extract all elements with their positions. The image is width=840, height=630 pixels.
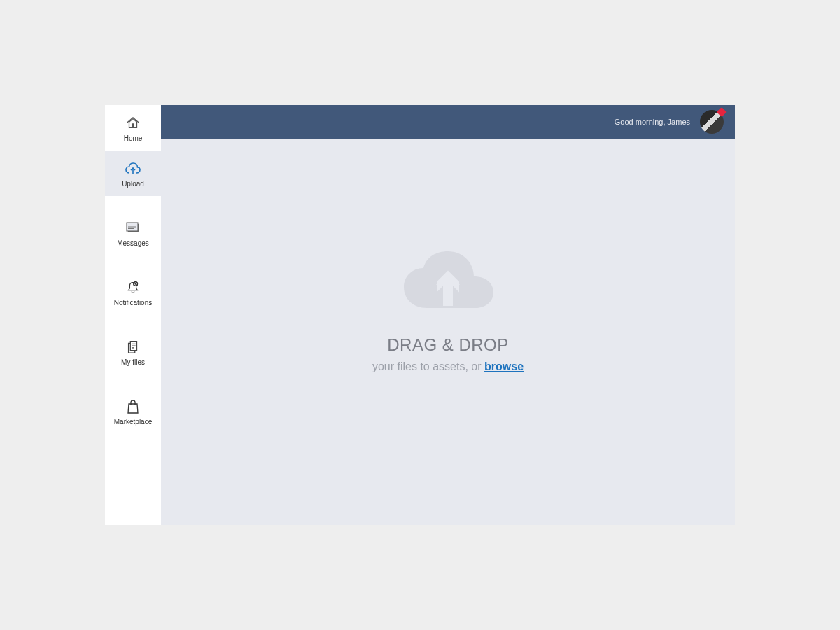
notification-badge-icon <box>717 107 727 117</box>
content-area: DRAG & DROP your files to assets, or bro… <box>161 139 735 525</box>
sidebar-item-label: Home <box>124 134 143 142</box>
header-bar: Good morning, James <box>161 105 735 139</box>
cloud-upload-icon <box>125 160 141 177</box>
avatar[interactable] <box>700 110 724 134</box>
sidebar-item-messages[interactable]: Messages <box>105 210 161 255</box>
svg-rect-0 <box>132 124 134 127</box>
messages-icon <box>125 220 141 237</box>
sidebar-item-marketplace[interactable]: Marketplace <box>105 388 161 434</box>
sidebar-item-upload[interactable]: Upload <box>105 150 161 196</box>
sidebar-item-label: My files <box>121 358 145 366</box>
sidebar-item-my-files[interactable]: My files <box>105 329 161 374</box>
greeting-text: Good morning, James <box>615 118 690 126</box>
main-area: Good morning, James DRAG & DROP your fil… <box>161 105 735 525</box>
sidebar-item-label: Marketplace <box>114 418 152 426</box>
browse-link[interactable]: browse <box>484 360 524 372</box>
shopping-bag-icon <box>125 398 141 415</box>
upload-title: DRAG & DROP <box>387 335 509 355</box>
upload-subtitle-text: your files to assets, or <box>372 360 484 372</box>
sidebar: Home Upload Messages <box>105 105 161 525</box>
upload-dropzone[interactable]: DRAG & DROP your files to assets, or bro… <box>372 248 524 373</box>
sidebar-item-label: Notifications <box>114 299 152 307</box>
svg-point-8 <box>135 284 136 284</box>
sidebar-item-label: Upload <box>122 180 144 188</box>
sidebar-item-home[interactable]: Home <box>105 105 161 150</box>
cloud-upload-large-icon <box>396 248 500 321</box>
sidebar-item-notifications[interactable]: Notifications <box>105 270 161 315</box>
sidebar-item-label: Messages <box>117 239 149 247</box>
files-icon <box>125 339 141 356</box>
bell-icon <box>125 279 141 296</box>
home-icon <box>125 115 141 132</box>
upload-subtitle: your files to assets, or browse <box>372 360 524 373</box>
